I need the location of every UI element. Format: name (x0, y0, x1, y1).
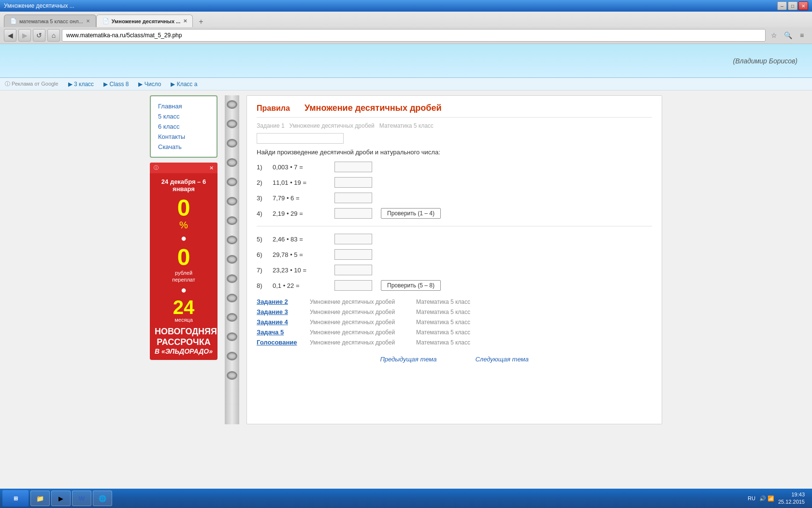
nav-download[interactable]: Скачать (158, 142, 209, 152)
nav-prev-link[interactable]: Предыдущая тема (380, 356, 436, 363)
start-button[interactable]: ⊞ (2, 490, 29, 507)
maximize-button[interactable]: □ (788, 1, 798, 10)
problems-group-2: 5) 2,46 • 83 = 6) 29,78 • 5 = 7) 23,23 •… (257, 234, 652, 291)
ad-block-body: 24 декабря – 6 января 0 % ● 0 рублей пер… (150, 173, 218, 360)
bookmark-icon[interactable]: ☆ (768, 29, 780, 42)
problem-row-6: 6) 29,78 • 5 = (257, 249, 652, 260)
ring-3 (227, 139, 237, 148)
start-icon: ⊞ (14, 495, 18, 502)
answer-input-6[interactable] (334, 249, 372, 260)
bottom-link-golosovanie[interactable]: Голосование (257, 339, 300, 346)
ring-15 (227, 371, 237, 380)
nav-6klass[interactable]: 6 класс (158, 121, 209, 132)
nav-glavnaya[interactable]: Главная (158, 101, 209, 111)
bottom-link-zadanie3[interactable]: Задание 3 (257, 308, 300, 315)
tab-1-close[interactable]: ✕ (86, 18, 90, 24)
answer-input-4[interactable] (334, 208, 372, 219)
ad-dot1: ● (155, 233, 213, 244)
bottom-link-cat-0: Математика 5 класс (416, 299, 470, 305)
taskbar-time: 19:43 25.12.2015 (778, 491, 805, 506)
ring-5 (227, 178, 237, 186)
minimize-button[interactable]: – (777, 1, 787, 10)
ring-11 (227, 294, 237, 302)
nav-box: Главная 5 класс 6 класс Контакты Скачать (150, 95, 218, 158)
tab-1-icon: 📄 (10, 18, 17, 25)
ad-nav-class8[interactable]: ▶ Class 8 (103, 81, 129, 88)
taskbar-tray: RU 🔊 📶 19:43 25.12.2015 (748, 491, 810, 506)
tab-2[interactable]: 📄 Умножение десятичных ... ✕ (96, 15, 193, 27)
media-icon: ▶ (58, 495, 63, 502)
ad-close-icon[interactable]: ✕ (209, 165, 214, 171)
check-button-1-4[interactable]: Проверить (1 – 4) (381, 208, 441, 219)
ad-date: 24 декабря – 6 января (155, 178, 213, 193)
tab-2-label: Умножение десятичных ... (112, 18, 180, 24)
page-wrapper: (Владимир Борисов) ⓘ Реклама от Google ▶… (0, 44, 812, 508)
answer-input-5[interactable] (334, 234, 372, 244)
tab-1-label: математика 5 класс онл... (19, 18, 83, 24)
bottom-link-topic-3: Умножение десятичных дробей (310, 329, 406, 336)
forward-button[interactable]: ▶ (18, 29, 31, 42)
nav-5klass[interactable]: 5 класс (158, 111, 209, 121)
tab-1[interactable]: 📄 математика 5 класс онл... ✕ (4, 15, 96, 27)
taskbar-chrome[interactable]: 🌐 (93, 491, 112, 506)
zoom-icon[interactable]: 🔍 (782, 29, 794, 42)
window-controls: – □ ✕ (777, 1, 808, 10)
nav-contacts[interactable]: Контакты (158, 132, 209, 142)
breadcrumb: Задание 1 Умножение десятичных дробей Ма… (257, 122, 652, 129)
problem-num-5: 5) (257, 236, 269, 243)
breadcrumb-subject: Математика 5 класс (379, 122, 434, 129)
problem-expr-2: 11,01 • 19 = (273, 179, 331, 186)
heading-rules-link[interactable]: Правила (257, 104, 290, 113)
toolbar-icons: ☆ 🔍 ≡ (768, 29, 808, 42)
taskbar-media[interactable]: ▶ (51, 491, 71, 506)
bottom-link-row-3: Задача 5 Умножение десятичных дробей Мат… (257, 329, 652, 336)
ad-nav-chislo[interactable]: ▶ Число (138, 81, 161, 88)
problem-num-6: 6) (257, 251, 269, 258)
refresh-button[interactable]: ↺ (33, 29, 45, 42)
bottom-link-cat-1: Математика 5 класс (416, 309, 470, 315)
address-input[interactable] (62, 29, 766, 42)
problem-row-4: 4) 2,19 • 29 = Проверить (1 – 4) (257, 208, 652, 219)
back-button[interactable]: ◀ (4, 29, 16, 42)
problem-row-3: 3) 7,79 • 6 = (257, 193, 652, 203)
new-tab-button[interactable]: + (195, 16, 207, 27)
answer-input-3[interactable] (334, 193, 372, 203)
ring-7 (227, 216, 237, 225)
answer-input-2[interactable] (334, 177, 372, 188)
taskbar-lang: RU (748, 495, 755, 501)
bottom-link-topic-4: Умножение десятичных дробей (310, 339, 406, 346)
nav-next-link[interactable]: Следующая тема (475, 356, 528, 363)
ad-rubles: 0 (155, 246, 213, 269)
ring-12 (227, 313, 237, 322)
site-header: (Владимир Борисов) (0, 44, 812, 78)
ring-1 (227, 100, 237, 109)
bottom-link-topic-0: Умножение десятичных дробей (310, 299, 406, 305)
answer-input-1[interactable] (334, 162, 372, 172)
bottom-link-zadanie4[interactable]: Задание 4 (257, 318, 300, 326)
bottom-link-zadanie2[interactable]: Задание 2 (257, 298, 300, 305)
problem-expr-5: 2,46 • 83 = (273, 236, 331, 243)
answer-input-8[interactable] (334, 280, 372, 291)
ad-nav-klassa[interactable]: ▶ Класс а (171, 81, 197, 88)
bottom-link-row-1: Задание 3 Умножение десятичных дробей Ма… (257, 308, 652, 315)
problem-expr-3: 7,79 • 6 = (273, 194, 331, 202)
ad-rubles-label1: рублей (155, 270, 213, 276)
tab-2-close[interactable]: ✕ (183, 18, 187, 24)
problem-row-1: 1) 0,003 • 7 = (257, 162, 652, 172)
left-sidebar: Главная 5 класс 6 класс Контакты Скачать… (150, 95, 218, 424)
ring-2 (227, 120, 237, 128)
ad-nav-3klass[interactable]: ▶ 3 класс (68, 81, 94, 88)
bottom-links: Задание 2 Умножение десятичных дробей Ма… (257, 298, 652, 346)
home-button[interactable]: ⌂ (47, 29, 60, 42)
progress-input[interactable] (257, 133, 344, 144)
main-layout: Главная 5 класс 6 класс Контакты Скачать… (140, 90, 672, 429)
taskbar-file-manager[interactable]: 📁 (30, 491, 50, 506)
nav-bottom: Предыдущая тема Следующая тема (257, 356, 652, 363)
bottom-link-zadacha5[interactable]: Задача 5 (257, 329, 300, 336)
page-heading: Правила Умножение десятичных дробей (257, 103, 652, 118)
close-button[interactable]: ✕ (798, 1, 808, 10)
answer-input-7[interactable] (334, 265, 372, 275)
menu-icon[interactable]: ≡ (796, 29, 808, 42)
check-button-5-8[interactable]: Проверить (5 – 8) (381, 280, 441, 291)
taskbar-word[interactable]: W (72, 491, 91, 506)
